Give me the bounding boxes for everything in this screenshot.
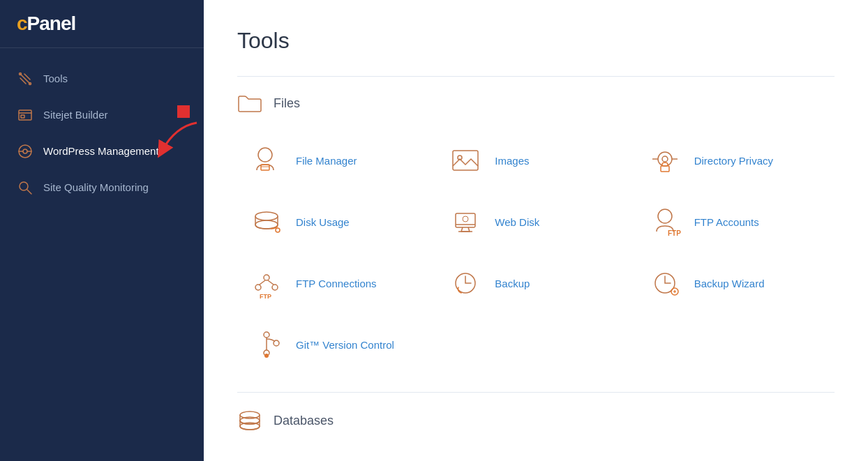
database-icon [237, 409, 262, 432]
sidebar-item-tools[interactable]: Tools [0, 62, 204, 96]
git-version-item[interactable]: Git™ Version Control [237, 314, 436, 375]
backup-icon [447, 265, 484, 301]
logo-panel: Panel [27, 13, 76, 34]
images-label: Images [495, 155, 529, 167]
notification-dot [177, 105, 190, 118]
svg-line-35 [260, 280, 265, 285]
svg-rect-17 [453, 151, 478, 170]
ftp-accounts-icon: FTP [647, 204, 683, 240]
svg-text:FTP: FTP [260, 293, 271, 300]
wordpress-icon [17, 143, 33, 160]
svg-line-36 [268, 280, 274, 285]
databases-header: Databases [237, 409, 835, 432]
page-title: Tools [237, 28, 835, 54]
svg-point-25 [255, 220, 278, 229]
svg-point-9 [23, 149, 27, 153]
ftp-connections-label: FTP Connections [296, 278, 377, 289]
svg-point-30 [658, 209, 672, 223]
svg-point-32 [264, 275, 269, 280]
databases-section: Databases [237, 392, 835, 461]
disk-usage-icon [248, 204, 285, 240]
sitejet-icon [17, 107, 33, 123]
databases-section-title: Databases [274, 414, 334, 428]
web-disk-icon [447, 204, 484, 240]
svg-rect-23 [661, 166, 669, 172]
svg-point-24 [255, 212, 278, 220]
disk-usage-item[interactable]: Disk Usage [237, 191, 436, 252]
ftp-accounts-item[interactable]: FTP FTP Accounts [636, 191, 835, 252]
search-icon [17, 179, 33, 196]
svg-point-26 [276, 228, 280, 232]
file-manager-icon [248, 142, 285, 179]
svg-point-29 [463, 216, 468, 222]
svg-point-43 [264, 332, 269, 338]
file-manager-item[interactable]: File Manager [237, 130, 436, 191]
sitejet-label: Sitejet Builder [43, 108, 108, 122]
svg-rect-27 [456, 213, 475, 227]
main-content: Tools Files File Manager [204, 0, 868, 461]
tools-icon [17, 70, 33, 87]
backup-item[interactable]: Backup [436, 252, 635, 314]
svg-point-47 [264, 354, 269, 358]
git-version-label: Git™ Version Control [296, 339, 394, 351]
backup-label: Backup [495, 278, 530, 289]
files-section-title: Files [274, 96, 300, 111]
files-section: Files File Manager [237, 76, 835, 392]
directory-privacy-item[interactable]: Directory Privacy [636, 130, 835, 191]
svg-rect-15 [261, 165, 269, 170]
logo-c: c [17, 13, 27, 34]
svg-rect-7 [21, 115, 24, 118]
svg-point-34 [272, 285, 278, 290]
sidebar: cPanel Tools [0, 0, 204, 461]
wordpress-label: WordPress Management [43, 144, 159, 158]
files-tools-grid: File Manager Images [237, 130, 835, 375]
disk-usage-label: Disk Usage [296, 216, 350, 228]
directory-privacy-label: Directory Privacy [694, 155, 773, 167]
svg-point-19 [658, 152, 672, 166]
site-quality-label: Site Quality Monitoring [43, 181, 149, 195]
ftp-connections-item[interactable]: FTP FTP Connections [237, 252, 436, 314]
arrow-annotation [155, 119, 211, 161]
svg-point-20 [662, 156, 668, 162]
ftp-accounts-label: FTP Accounts [694, 216, 759, 228]
svg-point-12 [20, 182, 28, 190]
file-manager-label: File Manager [296, 155, 357, 167]
svg-line-0 [20, 74, 30, 84]
files-header: Files [237, 93, 835, 113]
folder-icon [237, 93, 262, 113]
svg-point-33 [255, 285, 261, 290]
svg-point-14 [258, 148, 272, 162]
backup-wizard-icon [647, 265, 683, 301]
images-icon [447, 142, 484, 179]
logo-area: cPanel [0, 0, 204, 48]
git-icon [248, 326, 285, 363]
sidebar-item-site-quality[interactable]: Site Quality Monitoring [0, 171, 204, 204]
tools-label: Tools [43, 72, 68, 86]
images-item[interactable]: Images [436, 130, 635, 191]
backup-wizard-label: Backup Wizard [694, 278, 765, 289]
cpanel-logo: cPanel [17, 13, 187, 35]
ftp-connections-icon: FTP [248, 265, 285, 301]
sidebar-item-sitejet[interactable]: Sitejet Builder [0, 98, 204, 132]
sidebar-nav: Tools Sitejet Builder [0, 48, 204, 218]
backup-wizard-item[interactable]: Backup Wizard [636, 252, 835, 314]
svg-text:FTP: FTP [668, 229, 681, 237]
web-disk-item[interactable]: Web Disk [436, 191, 635, 252]
web-disk-label: Web Disk [495, 216, 539, 228]
directory-privacy-icon [647, 142, 683, 179]
svg-line-13 [27, 190, 31, 194]
